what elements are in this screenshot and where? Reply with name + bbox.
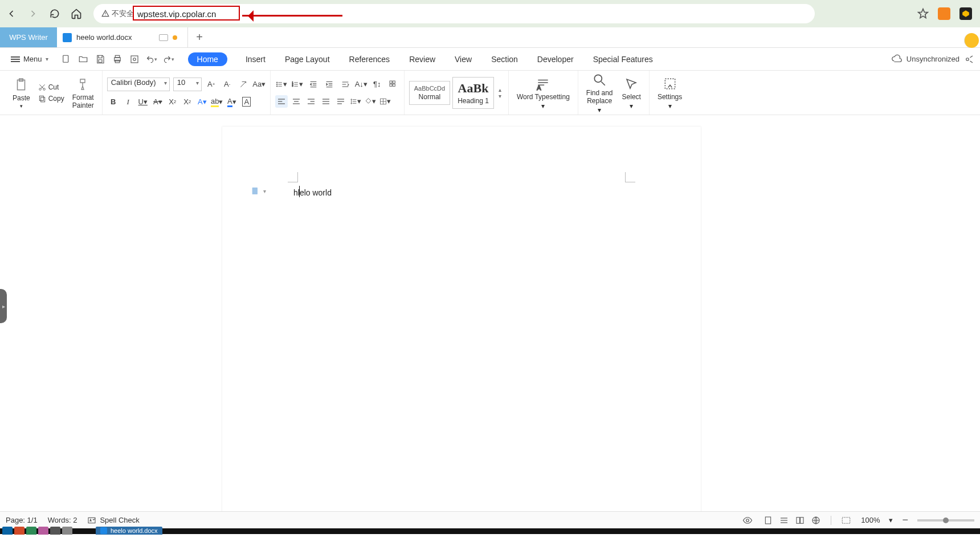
format-painter-button[interactable]: Format Painter [69, 76, 97, 109]
taskbar-app-6[interactable] [62, 527, 72, 535]
ribbon-tab-section[interactable]: Section [490, 52, 519, 66]
taskbar-app-2[interactable] [14, 527, 24, 535]
font-name-select[interactable]: Calibri (Body) [107, 78, 170, 91]
wps-writer-tab[interactable]: WPS Writer [0, 27, 57, 47]
align-center-button[interactable] [290, 95, 303, 108]
ribbon-tab-review[interactable]: Review [408, 52, 436, 66]
ribbon-tab-developer[interactable]: Developer [536, 52, 575, 66]
highlight-color-button[interactable]: ab▾ [211, 96, 223, 108]
extension-icon[interactable] [959, 7, 972, 20]
ribbon-tab-insert[interactable]: Insert [244, 52, 267, 66]
svg-rect-74 [801, 517, 803, 523]
user-avatar[interactable] [964, 33, 979, 48]
page-view-icon[interactable] [762, 515, 774, 526]
spell-check-button[interactable]: Spell Check [87, 516, 139, 525]
insecure-badge[interactable]: 不安全 [101, 9, 134, 19]
text-effects-button[interactable]: A▾ [196, 96, 209, 108]
redo-button[interactable]: ▾ [163, 54, 174, 65]
forward-button[interactable] [27, 8, 39, 19]
decrease-indent-button[interactable] [307, 78, 320, 91]
print-icon[interactable] [112, 54, 123, 65]
ribbon-tab-view[interactable]: View [454, 52, 473, 66]
character-border-button[interactable]: A [240, 96, 253, 108]
presentation-mode-icon[interactable] [159, 34, 168, 41]
bookmark-star-icon[interactable] [917, 8, 929, 19]
select-button[interactable]: Select▾ [619, 76, 644, 110]
copy-button[interactable]: Copy [36, 94, 67, 103]
numbered-list-button[interactable]: 123▾ [291, 78, 304, 91]
bold-button[interactable]: B [107, 96, 120, 108]
font-size-select[interactable]: 10 [173, 78, 202, 91]
print-preview-icon[interactable] [129, 54, 140, 65]
show-marks-button[interactable] [387, 78, 399, 91]
subscript-button[interactable]: X2 [181, 96, 194, 108]
document-tab[interactable]: heelo world.docx [57, 27, 188, 47]
strikethrough-button[interactable]: A▾ [152, 96, 164, 108]
styles-expand-button[interactable]: ▴▾ [496, 87, 504, 99]
metamask-extension-icon[interactable] [938, 7, 950, 20]
zoom-out-button[interactable]: − [902, 514, 908, 526]
font-color-button[interactable]: A▾ [226, 96, 238, 108]
zoom-slider[interactable] [917, 519, 974, 522]
new-file-icon[interactable] [60, 54, 72, 65]
change-case-button[interactable]: Aa▾ [253, 78, 266, 91]
taskbar-app-4[interactable] [38, 527, 48, 535]
menu-button[interactable]: Menu ▾ [6, 52, 54, 66]
reload-button[interactable] [49, 8, 60, 19]
style-normal[interactable]: AaBbCcDd Normal [409, 81, 450, 105]
shrink-font-icon[interactable]: A- [221, 78, 234, 91]
undo-button[interactable]: ▾ [146, 54, 157, 65]
new-tab-button[interactable]: + [188, 27, 211, 47]
save-icon[interactable] [95, 54, 106, 65]
superscript-button[interactable]: X2 [166, 96, 179, 108]
address-bar[interactable]: 不安全 wpstest.vip.cpolar.cn [93, 4, 815, 23]
share-icon[interactable] [964, 54, 974, 64]
sync-status[interactable]: Unsynchronized [892, 54, 974, 64]
asian-layout-button[interactable] [339, 78, 352, 91]
eye-mode-icon[interactable] [742, 515, 753, 526]
home-button[interactable] [71, 8, 82, 19]
grow-font-icon[interactable]: A+ [205, 78, 218, 91]
find-replace-button[interactable]: Find and Replace▾ [583, 72, 616, 114]
sort-button[interactable]: ¶↕ [371, 78, 383, 91]
ribbon-tab-page-layout[interactable]: Page Layout [284, 52, 331, 66]
underline-button[interactable]: U▾ [137, 96, 149, 108]
align-left-button[interactable] [275, 95, 288, 108]
line-spacing-button[interactable]: ▾ [349, 95, 362, 108]
cut-button[interactable]: Cut [36, 83, 67, 92]
fit-width-icon[interactable] [840, 515, 852, 526]
document-canvas[interactable]: ▸ ▾ hlelo world [0, 115, 980, 511]
word-typesetting-button[interactable]: A Word Typesetting▾ [513, 76, 573, 110]
clear-formatting-icon[interactable] [237, 78, 250, 91]
paragraph-widget[interactable]: ▾ [251, 186, 266, 195]
italic-button[interactable]: I [122, 96, 134, 108]
back-button[interactable] [6, 8, 17, 19]
side-panel-handle[interactable]: ▸ [0, 289, 7, 323]
paste-button[interactable]: Paste▾ [9, 77, 34, 109]
web-view-icon[interactable] [810, 515, 822, 526]
align-justify-button[interactable] [320, 95, 332, 108]
outline-view-icon[interactable] [778, 515, 790, 526]
document-page[interactable]: ▾ hlelo world [222, 127, 701, 511]
ribbon-tab-references[interactable]: References [348, 52, 391, 66]
borders-button[interactable]: ▾ [379, 95, 391, 108]
settings-button[interactable]: Settings▾ [654, 76, 685, 110]
align-distribute-button[interactable] [334, 95, 347, 108]
zoom-value[interactable]: 100% [861, 516, 880, 524]
text-direction-button[interactable]: A↓▾ [355, 78, 368, 91]
increase-indent-button[interactable] [323, 78, 336, 91]
ribbon-tab-special[interactable]: Special Features [592, 52, 654, 66]
align-right-button[interactable] [305, 95, 317, 108]
taskbar-app-5[interactable] [50, 527, 60, 535]
taskbar-app-1[interactable] [2, 527, 13, 535]
taskbar-active-item[interactable]: heelo world.docx [96, 527, 162, 535]
status-page[interactable]: Page: 1/1 [6, 516, 38, 524]
bullet-list-button[interactable]: ▾ [275, 78, 288, 91]
status-words[interactable]: Words: 2 [48, 516, 77, 524]
taskbar-app-3[interactable] [26, 527, 36, 535]
open-file-icon[interactable] [77, 54, 89, 65]
reading-view-icon[interactable] [794, 515, 806, 526]
style-heading1[interactable]: AaBk Heading 1 [452, 77, 494, 109]
shading-button[interactable]: ▾ [364, 95, 377, 108]
ribbon-tab-home[interactable]: Home [188, 52, 227, 66]
